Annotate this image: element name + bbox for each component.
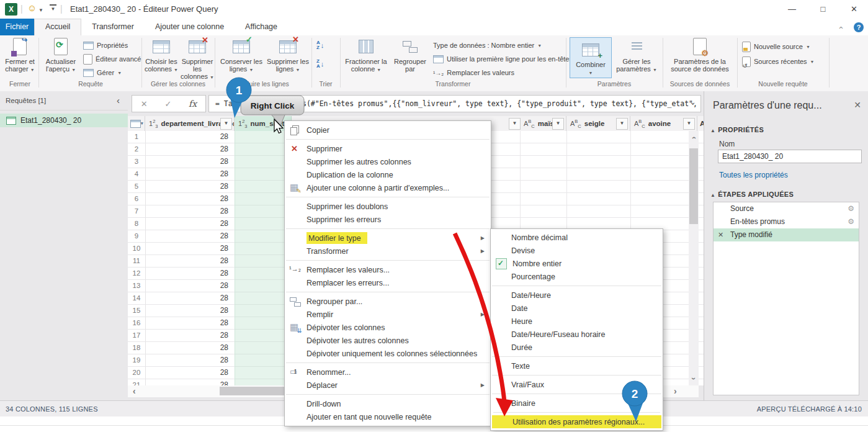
cell-departement-livraison[interactable]: 28 [145, 268, 235, 279]
filter-dropdown-icon[interactable]: ▼ [509, 118, 521, 130]
scroll-right-icon[interactable]: › [674, 386, 677, 396]
manage-parameters-button[interactable]: Gérer les paramètres ▼ [613, 37, 660, 74]
menu-item[interactable]: Dépivoter les autres colonnes [285, 334, 491, 347]
menu-item[interactable]: Transformer [285, 245, 491, 258]
scroll-down-icon[interactable]: › [689, 374, 699, 383]
menu-item[interactable]: Drill-down [285, 397, 491, 410]
tab-fichier[interactable]: Fichier [0, 19, 34, 35]
cell-departement-livraison[interactable]: 28 [145, 255, 235, 267]
cell-departement-livraison[interactable]: 28 [145, 342, 235, 354]
sort-descending-button[interactable]: ZA↓ [316, 59, 324, 69]
collapse-pane-icon[interactable]: ‹ [117, 95, 120, 106]
menu-item[interactable]: Supprimer les erreurs [285, 213, 491, 226]
applied-step-item[interactable]: ✕ En-têtes promus ⚙ [714, 215, 859, 228]
vertical-scroll-thumb[interactable] [689, 148, 698, 224]
column-header-seigle[interactable]: ABCseigle▼ [566, 116, 630, 131]
gear-icon[interactable]: ⚙ [848, 215, 854, 228]
all-properties-link[interactable]: Toutes les propriétés [719, 171, 788, 179]
refresh-preview-button[interactable]: ⟳ Actualiser l'aperçu ▼ [41, 37, 81, 74]
menu-item[interactable]: Supprimer les doublons [285, 200, 491, 213]
help-icon[interactable]: ? [854, 22, 864, 32]
menu-item[interactable]: Dépivoter uniquement les colonnes sélect… [285, 347, 491, 360]
menu-item[interactable]: Pourcentage [491, 270, 663, 283]
close-pane-icon[interactable]: ✕ [854, 100, 861, 110]
maximize-button[interactable]: □ [809, 0, 837, 18]
properties-button[interactable]: Propriétés [83, 39, 128, 52]
cell-departement-livraison[interactable]: 28 [145, 330, 235, 341]
menu-item[interactable]: Nombre décimal [491, 231, 663, 244]
filter-dropdown-icon[interactable]: ▼ [683, 118, 695, 130]
cell-departement-livraison[interactable]: 28 [145, 168, 235, 180]
menu-item[interactable]: Binaire [491, 397, 663, 410]
menu-item[interactable]: Copier [285, 124, 491, 137]
cell-departement-livraison[interactable]: 28 [145, 230, 235, 242]
menu-item[interactable]: Nombre entier [491, 257, 663, 270]
select-all-corner[interactable]: ▾ [128, 116, 145, 131]
filter-dropdown-icon[interactable]: ▼ [220, 118, 232, 130]
confirm-formula-icon[interactable]: ✓ [164, 99, 171, 109]
column-header-departement[interactable]: 123departement_livraison▼ [145, 116, 235, 131]
menu-item[interactable]: Regrouper par... [285, 295, 491, 308]
cell-departement-livraison[interactable]: 28 [145, 317, 235, 329]
new-source-button[interactable]: Nouvelle source ▼ [742, 40, 810, 53]
close-and-load-button[interactable]: ↪ Fermer et charger ▼ [1, 37, 38, 74]
menu-item[interactable]: Durée [491, 341, 663, 354]
cell-departement-livraison[interactable]: 28 [145, 131, 235, 143]
scroll-up-icon[interactable]: › [689, 133, 699, 142]
cancel-formula-icon[interactable]: ✕ [141, 99, 148, 109]
properties-section-header[interactable]: ▲PROPRIÉTÉS [710, 126, 764, 133]
filter-dropdown-icon[interactable]: ▼ [616, 118, 628, 130]
choose-columns-button[interactable]: Choisir les colonnes ▼ [144, 37, 179, 74]
quick-access-customize-icon[interactable]: ▼ [50, 4, 56, 14]
cell-departement-livraison[interactable]: 28 [145, 205, 235, 217]
group-by-button[interactable]: Regrouper par [391, 37, 429, 73]
horizontal-scroll-thumb[interactable] [220, 387, 292, 395]
cell-departement-livraison[interactable]: 28 [145, 143, 235, 155]
remove-columns-button[interactable]: ✕ Supprimer les colonnes ▼ [180, 37, 215, 81]
scroll-left-icon[interactable]: ‹ [133, 386, 136, 396]
menu-item[interactable]: Devise [491, 244, 663, 257]
cell-departement-livraison[interactable]: 28 [145, 354, 235, 366]
cell-departement-livraison[interactable]: 28 [145, 156, 235, 168]
applied-step-item[interactable]: ✕ Type modifié ⚙ [714, 228, 859, 241]
menu-item[interactable]: Modifier le type [285, 232, 491, 245]
smiley-dropdown-icon[interactable]: ▼ [38, 7, 43, 13]
cell-departement-livraison[interactable]: 28 [145, 292, 235, 304]
menu-item[interactable]: Remplacer les valeurs... [285, 263, 491, 276]
cell-departement-livraison[interactable]: 28 [145, 243, 235, 254]
ribbon-tab[interactable]: Affichage [235, 19, 288, 35]
sort-ascending-button[interactable]: AZ↓ [316, 40, 324, 50]
menu-item[interactable]: Renommer... [285, 366, 491, 379]
ribbon-tab[interactable]: Transformer [81, 19, 145, 35]
keep-rows-button[interactable]: ✓ Conserver les lignes ▼ [218, 37, 264, 74]
menu-item[interactable]: Heure [491, 315, 663, 328]
menu-item[interactable]: Déplacer [285, 379, 491, 392]
menu-item[interactable]: Supprimer [285, 142, 491, 155]
vertical-scrollbar[interactable]: › › [689, 131, 699, 385]
replace-values-button[interactable]: ¹→₂Remplacer les valeurs [433, 66, 514, 79]
advanced-editor-button[interactable]: Éditeur avancé [83, 53, 141, 65]
column-header-mais[interactable]: ABCmaïs▼ [520, 116, 566, 131]
menu-item[interactable]: Vrai/Faux [491, 378, 663, 391]
column-header-num-siret[interactable]: 123num_siret [235, 116, 292, 131]
menu-item[interactable]: Duplication de la colonne [285, 168, 491, 181]
menu-item[interactable]: Remplacer les erreurs... [285, 276, 491, 289]
cell-departement-livraison[interactable]: 28 [145, 280, 235, 292]
data-type-button[interactable]: Type de données : Nombre entier ▼ [433, 39, 542, 52]
delete-step-icon[interactable]: ✕ [718, 228, 723, 241]
gear-icon[interactable]: ⚙ [848, 202, 854, 215]
column-header-avoine[interactable]: ABCavoine▼ [630, 116, 697, 131]
cell-departement-livraison[interactable]: 28 [145, 367, 235, 379]
ribbon-tab[interactable]: Accueil [34, 19, 81, 35]
menu-item[interactable]: Ajouter une colonne à partir d'exemples.… [285, 181, 491, 194]
collapse-ribbon-icon[interactable]: › [839, 23, 841, 32]
filter-dropdown-icon[interactable]: ▼ [552, 118, 564, 130]
menu-item[interactable]: Date/Heure [491, 289, 663, 302]
menu-item[interactable]: Date [491, 302, 663, 315]
cell-departement-livraison[interactable]: 28 [145, 379, 235, 385]
query-name-input[interactable] [718, 150, 862, 163]
recent-sources-button[interactable]: ↺Sources récentes ▼ [742, 55, 815, 68]
data-source-settings-button[interactable]: ⚙ Paramètres de la source de données [666, 37, 733, 73]
manage-button[interactable]: Gérer ▼ [83, 66, 122, 79]
expand-formula-icon[interactable]: › [691, 96, 696, 112]
